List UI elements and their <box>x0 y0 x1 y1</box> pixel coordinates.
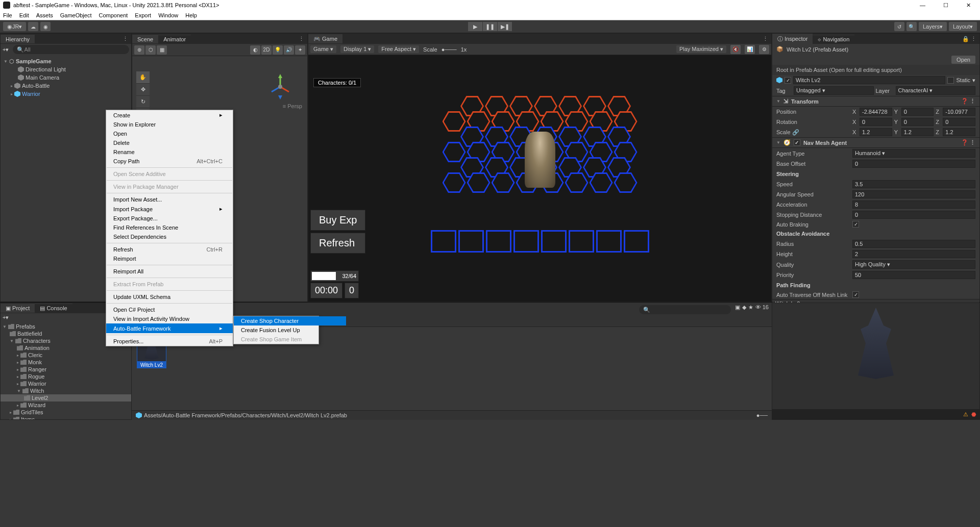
navmesh-component[interactable]: ▼🧭Nav Mesh Agent❓ ⋮ <box>772 137 979 148</box>
display-dropdown[interactable]: Display 1 ▾ <box>340 45 374 53</box>
pause-button[interactable]: ❚❚ <box>483 22 497 31</box>
2d-toggle[interactable]: 2D <box>261 45 272 55</box>
menu-component[interactable]: Component <box>99 12 128 18</box>
layout-dropdown[interactable]: Layout ▾ <box>949 22 977 31</box>
menu-file[interactable]: File <box>3 12 12 18</box>
auto-traverse[interactable] <box>852 291 859 298</box>
pos-y[interactable]: 0 <box>901 108 934 116</box>
tag-dropdown[interactable]: Untagged ▾ <box>794 86 874 95</box>
add-icon[interactable]: +▾ <box>1 46 11 53</box>
add-icon[interactable]: +▾ <box>3 314 9 321</box>
ctx-subitem[interactable]: Create Shop Character <box>234 316 346 325</box>
object-name-field[interactable]: Witch Lv2 <box>793 76 945 84</box>
ctx-item[interactable]: Auto-Battle Framework <box>106 323 233 333</box>
height[interactable]: 2 <box>852 250 975 258</box>
pos-x[interactable]: -2.844728 <box>860 108 892 116</box>
ctx-item[interactable]: Copy PathAlt+Ctrl+C <box>106 157 233 166</box>
hierarchy-item[interactable]: Directional Light <box>1 65 131 73</box>
hierarchy-search[interactable]: 🔍 All <box>13 45 129 54</box>
fx-icon[interactable]: ✦ <box>295 45 305 55</box>
priority[interactable]: 50 <box>852 271 975 279</box>
move-tool-icon[interactable]: ✥ <box>136 84 150 96</box>
menu-window[interactable]: Window <box>158 12 178 18</box>
scene-options-icon[interactable]: ⋮ <box>296 36 307 42</box>
folder-row[interactable]: ▸Warrior <box>1 380 131 387</box>
project-search[interactable]: 🔍 <box>639 305 731 314</box>
folder-row[interactable]: ▸Monk <box>1 359 131 366</box>
navigation-tab[interactable]: ⟐ Navigation <box>813 35 854 43</box>
active-checkbox[interactable] <box>785 77 791 84</box>
undo-history-icon[interactable]: ↺ <box>894 22 904 31</box>
hierarchy-item[interactable]: ▸Warrior <box>1 90 131 98</box>
inspector-tab[interactable]: ⓘ Inspector <box>772 34 813 44</box>
ctx-item[interactable]: Rename <box>106 147 233 157</box>
ctx-subitem[interactable]: Create Fusion Level Up <box>234 325 346 335</box>
folder-row[interactable]: ▼Witch <box>1 387 131 394</box>
layer-dropdown[interactable]: CharacterAI ▾ <box>896 86 976 95</box>
ctx-item[interactable]: Update UXML Schema <box>106 292 233 302</box>
ctx-item[interactable]: Properties...Alt+P <box>106 337 233 346</box>
filter-icon[interactable]: ▣ <box>735 304 740 315</box>
account-button[interactable]: ◉ JR ▾ <box>3 22 26 31</box>
gizmos-icon[interactable]: ⚙ <box>759 45 769 54</box>
axis-gizmo[interactable] <box>267 74 293 99</box>
error-icon[interactable]: ⬣ <box>971 411 976 418</box>
perspective-label[interactable]: ≡ Persp <box>283 103 302 109</box>
static-checkbox[interactable] <box>947 77 954 84</box>
menu-assets[interactable]: Assets <box>36 12 53 18</box>
scene-root[interactable]: ▼⬡SampleGame <box>1 57 131 65</box>
folder-row[interactable]: ▸GridTiles <box>1 409 131 416</box>
folder-row-selected[interactable]: Level2 <box>1 394 131 401</box>
rot-x[interactable]: 0 <box>860 118 892 126</box>
stopping-distance[interactable]: 0 <box>852 211 975 219</box>
ctx-item[interactable]: Import New Asset... <box>106 195 233 204</box>
ctx-item[interactable]: Delete <box>106 138 233 147</box>
console-tab[interactable]: ▤ Console <box>35 304 72 313</box>
animator-tab[interactable]: Animator <box>158 35 191 43</box>
maximize-button[interactable]: ☐ <box>934 0 957 10</box>
stats-icon[interactable]: 📊 <box>745 45 755 54</box>
filter-icon[interactable]: ★ <box>748 304 753 315</box>
hierarchy-item[interactable]: ▸Auto-Battle <box>1 82 131 90</box>
shaded-icon[interactable]: ◐ <box>250 45 260 55</box>
menu-gameobject[interactable]: GameObject <box>60 12 92 18</box>
settings-icon[interactable]: ◉ <box>40 22 51 31</box>
local-icon[interactable]: ⬡ <box>145 45 156 55</box>
folder-row[interactable]: ▸Ranger <box>1 366 131 373</box>
light-icon[interactable]: 💡 <box>273 45 283 55</box>
menu-edit[interactable]: Edit <box>19 12 29 18</box>
scale-x[interactable]: 1.2 <box>860 128 892 136</box>
game-viewport[interactable]: Characters: 0/1 Buy Exp Refresh 32/64 <box>308 55 771 302</box>
scale-slider[interactable]: ●─── <box>442 46 457 53</box>
game-options-icon[interactable]: ⋮ <box>760 36 771 42</box>
quality[interactable]: High Quality ▾ <box>852 260 975 269</box>
play-button[interactable]: ▶ <box>468 22 482 31</box>
ctx-item[interactable]: Open C# Project <box>106 305 233 314</box>
cloud-icon[interactable]: ☁ <box>28 22 38 31</box>
folder-row[interactable]: ▸Items <box>1 416 131 419</box>
pivot-icon[interactable]: ⊕ <box>134 45 144 55</box>
close-button[interactable]: ✕ <box>957 0 980 10</box>
play-mode-dropdown[interactable]: Play Maximized ▾ <box>676 45 726 53</box>
ctx-item[interactable]: Reimport All <box>106 267 233 276</box>
slider-icon[interactable]: ●── <box>756 412 768 418</box>
rot-y[interactable]: 0 <box>901 118 934 126</box>
rot-z[interactable]: 0 <box>943 118 975 126</box>
radius[interactable]: 0.5 <box>852 240 975 248</box>
project-tab[interactable]: ▣ Project <box>1 304 35 313</box>
hierarchy-item[interactable]: Main Camera <box>1 73 131 82</box>
game-tab[interactable]: 🎮 Game <box>308 34 342 43</box>
acceleration[interactable]: 8 <box>852 200 975 209</box>
auto-braking[interactable] <box>852 221 859 228</box>
aspect-dropdown[interactable]: Free Aspect ▾ <box>378 45 419 53</box>
scale-z[interactable]: 1.2 <box>943 128 975 136</box>
warning-icon[interactable]: ⚠ <box>963 411 968 418</box>
ctx-item[interactable]: Import Package <box>106 204 233 214</box>
ctx-item[interactable]: Show in Explorer <box>106 120 233 129</box>
folder-row[interactable]: ▸Rogue <box>1 373 131 380</box>
transform-component[interactable]: ▼⇲Transform❓ ⋮ <box>772 96 979 107</box>
ctx-item[interactable]: Select Dependencies <box>106 232 233 241</box>
open-prefab-button[interactable]: Open <box>951 56 975 64</box>
filter-icon[interactable]: ◆ <box>742 304 746 315</box>
layers-dropdown[interactable]: Layers ▾ <box>919 22 947 31</box>
